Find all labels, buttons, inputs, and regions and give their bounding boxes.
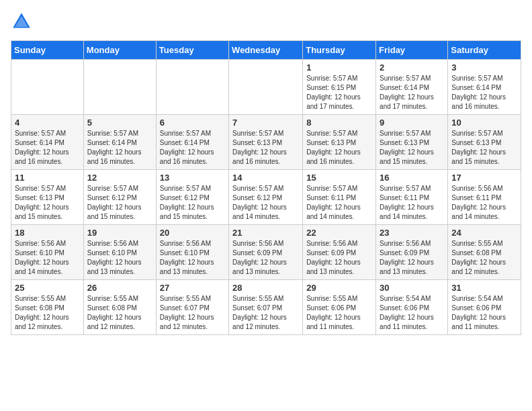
day-number: 22: [306, 228, 372, 238]
day-info: Sunrise: 5:56 AM Sunset: 6:10 PM Dayligh…: [15, 239, 80, 277]
calendar-day-cell: 15Sunrise: 5:57 AM Sunset: 6:11 PM Dayli…: [303, 170, 376, 225]
day-info: Sunrise: 5:56 AM Sunset: 6:11 PM Dayligh…: [451, 184, 517, 222]
calendar-day-cell: [229, 60, 303, 115]
calendar-day-cell: 23Sunrise: 5:56 AM Sunset: 6:09 PM Dayli…: [376, 225, 448, 280]
calendar-week-row: 18Sunrise: 5:56 AM Sunset: 6:10 PM Dayli…: [11, 225, 521, 280]
day-info: Sunrise: 5:55 AM Sunset: 6:07 PM Dayligh…: [160, 294, 225, 332]
calendar-day-cell: 2Sunrise: 5:57 AM Sunset: 6:14 PM Daylig…: [376, 60, 448, 115]
day-number: 11: [15, 173, 80, 183]
day-number: 4: [15, 118, 80, 128]
calendar-week-row: 25Sunrise: 5:55 AM Sunset: 6:08 PM Dayli…: [11, 280, 521, 335]
calendar-day-cell: 31Sunrise: 5:54 AM Sunset: 6:06 PM Dayli…: [448, 280, 521, 335]
calendar-header-row: SundayMondayTuesdayWednesdayThursdayFrid…: [11, 41, 521, 60]
day-info: Sunrise: 5:57 AM Sunset: 6:13 PM Dayligh…: [15, 184, 80, 222]
calendar-day-cell: 26Sunrise: 5:55 AM Sunset: 6:08 PM Dayli…: [83, 280, 156, 335]
day-number: 18: [15, 228, 80, 238]
calendar-day-cell: 4Sunrise: 5:57 AM Sunset: 6:14 PM Daylig…: [11, 115, 84, 170]
day-number: 10: [451, 118, 517, 128]
day-number: 8: [306, 118, 372, 128]
calendar-day-cell: 21Sunrise: 5:56 AM Sunset: 6:09 PM Dayli…: [229, 225, 303, 280]
calendar-day-cell: 9Sunrise: 5:57 AM Sunset: 6:13 PM Daylig…: [376, 115, 448, 170]
day-info: Sunrise: 5:55 AM Sunset: 6:06 PM Dayligh…: [306, 294, 372, 332]
day-number: 21: [232, 228, 299, 238]
day-info: Sunrise: 5:55 AM Sunset: 6:08 PM Dayligh…: [87, 294, 152, 332]
day-number: 25: [15, 283, 80, 293]
day-info: Sunrise: 5:55 AM Sunset: 6:07 PM Dayligh…: [232, 294, 299, 332]
calendar-day-cell: 11Sunrise: 5:57 AM Sunset: 6:13 PM Dayli…: [11, 170, 84, 225]
calendar-day-cell: [83, 60, 156, 115]
calendar-day-cell: 28Sunrise: 5:55 AM Sunset: 6:07 PM Dayli…: [229, 280, 303, 335]
day-info: Sunrise: 5:57 AM Sunset: 6:12 PM Dayligh…: [232, 184, 299, 222]
day-number: 30: [380, 283, 444, 293]
day-number: 5: [87, 118, 152, 128]
calendar-day-cell: 17Sunrise: 5:56 AM Sunset: 6:11 PM Dayli…: [448, 170, 521, 225]
calendar-day-cell: 5Sunrise: 5:57 AM Sunset: 6:14 PM Daylig…: [83, 115, 156, 170]
calendar-day-cell: [156, 60, 228, 115]
day-number: 9: [380, 118, 444, 128]
day-of-week-header: Saturday: [448, 41, 521, 60]
day-of-week-header: Wednesday: [229, 41, 303, 60]
day-number: 20: [160, 228, 225, 238]
day-info: Sunrise: 5:56 AM Sunset: 6:09 PM Dayligh…: [306, 239, 372, 277]
calendar-body: 1Sunrise: 5:57 AM Sunset: 6:15 PM Daylig…: [11, 60, 521, 335]
day-number: 12: [87, 173, 152, 183]
calendar-day-cell: 30Sunrise: 5:54 AM Sunset: 6:06 PM Dayli…: [376, 280, 448, 335]
day-info: Sunrise: 5:57 AM Sunset: 6:14 PM Dayligh…: [15, 129, 80, 167]
day-number: 14: [232, 173, 299, 183]
calendar-day-cell: 12Sunrise: 5:57 AM Sunset: 6:12 PM Dayli…: [83, 170, 156, 225]
calendar-day-cell: 20Sunrise: 5:56 AM Sunset: 6:10 PM Dayli…: [156, 225, 228, 280]
day-info: Sunrise: 5:54 AM Sunset: 6:06 PM Dayligh…: [451, 294, 517, 332]
day-of-week-header: Tuesday: [156, 41, 228, 60]
calendar-day-cell: 10Sunrise: 5:57 AM Sunset: 6:13 PM Dayli…: [448, 115, 521, 170]
logo: [11, 11, 35, 32]
day-info: Sunrise: 5:57 AM Sunset: 6:11 PM Dayligh…: [306, 184, 372, 222]
calendar-day-cell: 1Sunrise: 5:57 AM Sunset: 6:15 PM Daylig…: [303, 60, 376, 115]
day-info: Sunrise: 5:57 AM Sunset: 6:13 PM Dayligh…: [306, 129, 372, 167]
day-info: Sunrise: 5:55 AM Sunset: 6:08 PM Dayligh…: [15, 294, 80, 332]
calendar-table: SundayMondayTuesdayWednesdayThursdayFrid…: [11, 40, 521, 335]
calendar-day-cell: 16Sunrise: 5:57 AM Sunset: 6:11 PM Dayli…: [376, 170, 448, 225]
day-info: Sunrise: 5:57 AM Sunset: 6:12 PM Dayligh…: [160, 184, 225, 222]
calendar-day-cell: 14Sunrise: 5:57 AM Sunset: 6:12 PM Dayli…: [229, 170, 303, 225]
day-number: 24: [451, 228, 517, 238]
day-number: 17: [451, 173, 517, 183]
day-info: Sunrise: 5:57 AM Sunset: 6:11 PM Dayligh…: [380, 184, 444, 222]
day-number: 6: [160, 118, 225, 128]
calendar-day-cell: 25Sunrise: 5:55 AM Sunset: 6:08 PM Dayli…: [11, 280, 84, 335]
calendar-day-cell: 8Sunrise: 5:57 AM Sunset: 6:13 PM Daylig…: [303, 115, 376, 170]
calendar-day-cell: 27Sunrise: 5:55 AM Sunset: 6:07 PM Dayli…: [156, 280, 228, 335]
day-number: 13: [160, 173, 225, 183]
day-number: 3: [451, 62, 517, 73]
day-info: Sunrise: 5:57 AM Sunset: 6:13 PM Dayligh…: [451, 129, 517, 167]
calendar-day-cell: 18Sunrise: 5:56 AM Sunset: 6:10 PM Dayli…: [11, 225, 84, 280]
day-info: Sunrise: 5:56 AM Sunset: 6:10 PM Dayligh…: [160, 239, 225, 277]
calendar-week-row: 11Sunrise: 5:57 AM Sunset: 6:13 PM Dayli…: [11, 170, 521, 225]
day-number: 31: [451, 283, 517, 293]
day-number: 7: [232, 118, 299, 128]
day-info: Sunrise: 5:57 AM Sunset: 6:14 PM Dayligh…: [160, 129, 225, 167]
calendar-day-cell: [11, 60, 84, 115]
day-info: Sunrise: 5:56 AM Sunset: 6:09 PM Dayligh…: [380, 239, 444, 277]
day-number: 23: [380, 228, 444, 238]
page-header: [11, 11, 521, 32]
calendar-day-cell: 29Sunrise: 5:55 AM Sunset: 6:06 PM Dayli…: [303, 280, 376, 335]
day-number: 29: [306, 283, 372, 293]
calendar-day-cell: 22Sunrise: 5:56 AM Sunset: 6:09 PM Dayli…: [303, 225, 376, 280]
day-info: Sunrise: 5:57 AM Sunset: 6:14 PM Dayligh…: [380, 74, 444, 111]
day-info: Sunrise: 5:57 AM Sunset: 6:12 PM Dayligh…: [87, 184, 152, 222]
day-number: 1: [306, 62, 372, 73]
day-number: 27: [160, 283, 225, 293]
logo-icon: [11, 11, 32, 32]
day-info: Sunrise: 5:57 AM Sunset: 6:15 PM Dayligh…: [306, 74, 372, 111]
day-number: 19: [87, 228, 152, 238]
day-of-week-header: Friday: [376, 41, 448, 60]
day-number: 26: [87, 283, 152, 293]
calendar-week-row: 4Sunrise: 5:57 AM Sunset: 6:14 PM Daylig…: [11, 115, 521, 170]
day-of-week-header: Sunday: [11, 41, 84, 60]
day-number: 2: [380, 62, 444, 73]
day-number: 15: [306, 173, 372, 183]
calendar-day-cell: 3Sunrise: 5:57 AM Sunset: 6:14 PM Daylig…: [448, 60, 521, 115]
day-number: 16: [380, 173, 444, 183]
calendar-week-row: 1Sunrise: 5:57 AM Sunset: 6:15 PM Daylig…: [11, 60, 521, 115]
day-info: Sunrise: 5:57 AM Sunset: 6:14 PM Dayligh…: [451, 74, 517, 111]
